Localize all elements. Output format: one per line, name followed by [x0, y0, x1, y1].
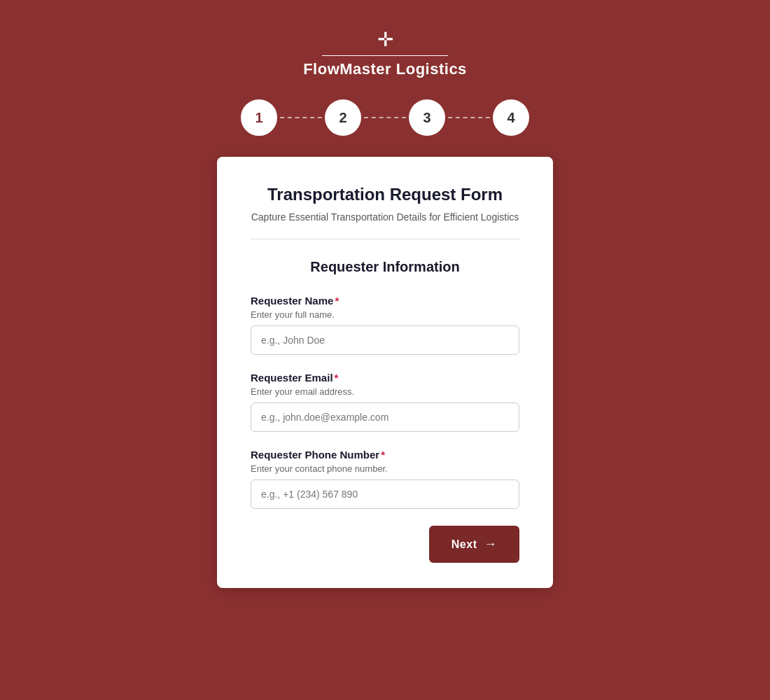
- form-subtitle: Capture Essential Transportation Details…: [251, 210, 519, 225]
- requester-email-field-group: Requester Email* Enter your email addres…: [251, 372, 519, 432]
- step-connector-1-2: [280, 117, 322, 118]
- requester-name-field-group: Requester Name* Enter your full name.: [251, 295, 519, 355]
- requester-email-input[interactable]: [251, 402, 519, 432]
- form-title: Transportation Request Form: [251, 185, 519, 204]
- requester-email-label: Requester Email*: [251, 372, 519, 384]
- button-row: Next →: [251, 526, 519, 563]
- logo-divider: [322, 55, 448, 56]
- step-4-circle[interactable]: 4: [493, 99, 529, 136]
- requester-phone-field-group: Requester Phone Number* Enter your conta…: [251, 449, 519, 509]
- form-card: Transportation Request Form Capture Esse…: [217, 157, 553, 588]
- logo-text: FlowMaster Logistics: [303, 60, 467, 78]
- arrow-right-icon: →: [484, 537, 498, 552]
- section-title: Requester Information: [251, 259, 519, 275]
- required-star-name: *: [335, 295, 339, 307]
- requester-phone-input[interactable]: [251, 479, 519, 509]
- step-connector-3-4: [448, 117, 490, 118]
- step-2-circle[interactable]: 2: [325, 99, 361, 136]
- required-star-phone: *: [381, 449, 385, 461]
- header: ✛ FlowMaster Logistics: [303, 28, 467, 78]
- step-3-circle[interactable]: 3: [409, 99, 445, 136]
- requester-name-input[interactable]: [251, 326, 519, 355]
- form-divider: [251, 239, 519, 239]
- requester-name-hint: Enter your full name.: [251, 309, 519, 320]
- required-star-email: *: [335, 372, 339, 384]
- requester-phone-label: Requester Phone Number*: [251, 449, 519, 461]
- logo-move-icon: ✛: [377, 28, 393, 51]
- step-1-circle[interactable]: 1: [241, 99, 277, 136]
- step-connector-2-3: [364, 117, 406, 118]
- requester-email-hint: Enter your email address.: [251, 386, 519, 397]
- requester-name-label: Requester Name*: [251, 295, 519, 307]
- step-indicator: 1 2 3 4: [241, 99, 529, 136]
- requester-phone-hint: Enter your contact phone number.: [251, 463, 519, 474]
- next-button[interactable]: Next →: [429, 526, 519, 563]
